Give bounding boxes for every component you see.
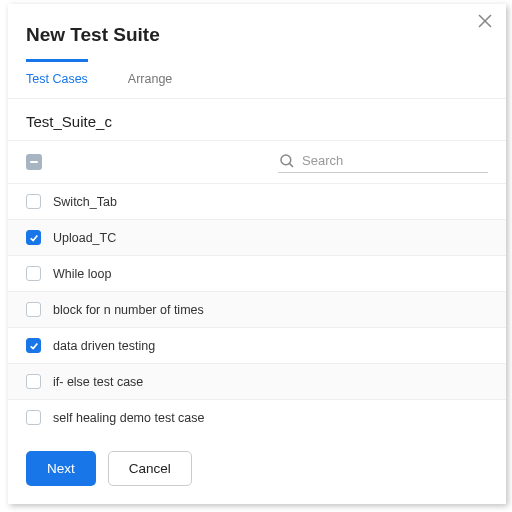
list-item-label: self healing demo test case <box>53 411 204 425</box>
checkbox[interactable] <box>26 338 41 353</box>
cancel-button[interactable]: Cancel <box>108 451 192 486</box>
suite-name-field[interactable]: Test_Suite_c <box>8 99 506 141</box>
search-icon <box>278 152 296 170</box>
tab-test-cases[interactable]: Test Cases <box>26 59 88 98</box>
list-item-label: While loop <box>53 267 111 281</box>
list-item[interactable]: self healing demo test case <box>8 400 506 435</box>
checkbox[interactable] <box>26 374 41 389</box>
checkbox[interactable] <box>26 230 41 245</box>
indeterminate-icon <box>30 161 38 163</box>
list-item[interactable]: data driven testing <box>8 328 506 364</box>
checkbox[interactable] <box>26 266 41 281</box>
list-item-label: Upload_TC <box>53 231 116 245</box>
list-item-label: if- else test case <box>53 375 143 389</box>
svg-line-3 <box>289 163 293 167</box>
svg-point-2 <box>281 155 291 165</box>
list-item-label: Switch_Tab <box>53 195 117 209</box>
list-item[interactable]: if- else test case <box>8 364 506 400</box>
checkbox[interactable] <box>26 194 41 209</box>
suite-name-value: Test_Suite_c <box>26 113 112 130</box>
tab-label: Test Cases <box>26 72 88 86</box>
list-item-label: data driven testing <box>53 339 155 353</box>
list-item[interactable]: While loop <box>8 256 506 292</box>
search-input[interactable] <box>296 151 488 170</box>
next-button[interactable]: Next <box>26 451 96 486</box>
tab-bar: Test Cases Arrange <box>8 60 506 99</box>
new-test-suite-dialog: New Test Suite Test Cases Arrange Test_S… <box>8 4 506 504</box>
list-item[interactable]: Upload_TC <box>8 220 506 256</box>
dialog-footer: Next Cancel <box>8 435 506 504</box>
dialog-title: New Test Suite <box>8 4 506 60</box>
tab-arrange[interactable]: Arrange <box>128 59 172 98</box>
checkbox[interactable] <box>26 302 41 317</box>
checkbox[interactable] <box>26 410 41 425</box>
search-field[interactable] <box>278 151 488 173</box>
filter-row <box>8 141 506 184</box>
list-item[interactable]: Switch_Tab <box>8 184 506 220</box>
close-icon[interactable] <box>478 14 492 28</box>
list-item-label: block for n number of times <box>53 303 204 317</box>
test-case-list: Switch_Tab Upload_TC While loop block fo… <box>8 184 506 435</box>
master-checkbox[interactable] <box>26 154 42 170</box>
tab-label: Arrange <box>128 72 172 86</box>
list-item[interactable]: block for n number of times <box>8 292 506 328</box>
